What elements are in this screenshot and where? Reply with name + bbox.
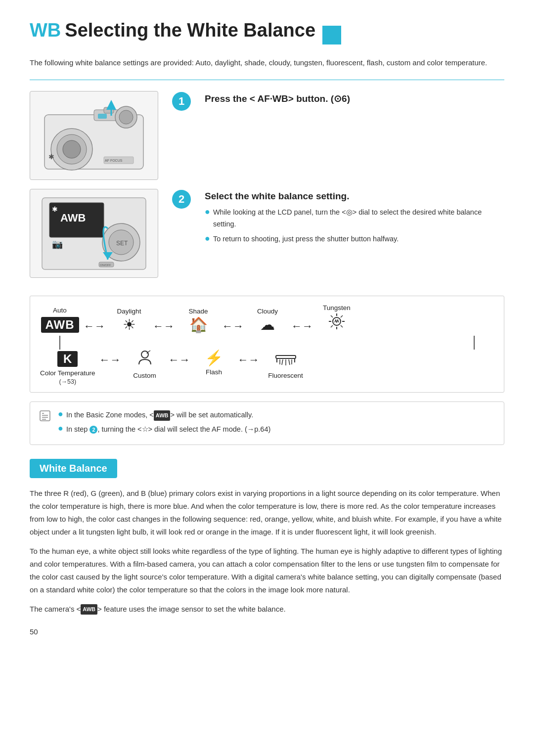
tungsten-label: Tungsten <box>323 304 351 311</box>
step-2-bullet-1: ● While looking at the LCD panel, turn t… <box>205 207 504 230</box>
tungsten-svg <box>328 313 345 330</box>
step-1-number: 1 <box>172 92 191 111</box>
wb-auto-unit: Auto AWB <box>40 307 80 333</box>
wb-section: White Balance The three R (red), G (gree… <box>30 459 504 616</box>
shade-icon: 🏠 <box>189 316 208 333</box>
svg-text:ON/OFF: ON/OFF <box>100 264 111 267</box>
vert-line-left <box>59 336 60 350</box>
step-2-title: Select the white balance setting. <box>205 191 504 202</box>
svg-line-41 <box>282 359 283 365</box>
wb-section-title: White Balance <box>30 459 117 478</box>
auto-icon: AWB <box>41 315 79 333</box>
shade-label: Shade <box>188 308 208 315</box>
fluorescent-svg <box>275 350 297 366</box>
step2-inline-badge: 2 <box>89 426 97 434</box>
note-2: ● In step 2, turning the <☆> dial will s… <box>58 423 495 436</box>
note-content: ● In the Basic Zone modes, <AWB> will be… <box>58 409 495 437</box>
svg-line-33 <box>331 325 333 327</box>
step-2-content: Select the white balance setting. ● Whil… <box>205 189 504 248</box>
wb-para-3: The camera's <AWB> feature uses the imag… <box>30 603 504 616</box>
arrow-4: ←→ <box>287 320 317 333</box>
wb-cloudy-unit: Cloudy ☁ <box>248 308 287 333</box>
wb-fluorescent-unit: Fluorescent <box>264 350 308 381</box>
note-1: ● In the Basic Zone modes, <AWB> will be… <box>58 409 495 421</box>
notes-box: ● In the Basic Zone modes, <AWB> will be… <box>30 401 504 445</box>
arrow-3: ←→ <box>218 320 248 333</box>
awb-badge-1: AWB <box>154 410 171 421</box>
svg-marker-8 <box>106 100 116 110</box>
wb-section-body: The three R (red), G (green), and B (blu… <box>30 487 504 616</box>
note-symbol <box>39 410 51 422</box>
camera-diagram-1: AF FOCUS ✱ <box>35 95 153 177</box>
wb-flash-unit: ⚡ Flash <box>194 350 234 377</box>
svg-text:✱: ✱ <box>52 205 58 213</box>
svg-line-32 <box>341 315 343 317</box>
camera-diagram-2: AWB ✱ SET ON/OFF 📷 <box>35 193 153 274</box>
svg-text:📷: 📷 <box>52 239 63 250</box>
bullet-dot-1: ● <box>205 207 210 218</box>
auto-label: Auto <box>53 307 67 314</box>
cloudy-label: Cloudy <box>257 308 278 315</box>
svg-line-35 <box>147 351 150 353</box>
arrow-1: ←→ <box>80 320 109 333</box>
colortemp-icon: K <box>57 350 78 367</box>
arrow-7: ←→ <box>234 354 264 366</box>
svg-text:SET: SET <box>116 240 128 247</box>
svg-text:AWB: AWB <box>60 212 86 224</box>
wb-colortemp-unit: K Color Temperature (→53) <box>40 350 95 385</box>
fluorescent-label: Fluorescent <box>268 372 303 379</box>
daylight-icon: ☀ <box>123 316 136 333</box>
wb-para-1: The three R (red), G (green), and B (blu… <box>30 487 504 539</box>
cloudy-icon: ☁ <box>260 316 275 333</box>
wb-tungsten-unit: Tungsten <box>317 304 356 333</box>
svg-line-30 <box>331 315 333 317</box>
custom-label: Custom <box>133 372 156 379</box>
svg-rect-10 <box>98 114 107 119</box>
wb-para-2: To the human eye, a white object still l… <box>30 545 504 597</box>
flash-icon: ⚡ <box>205 350 223 366</box>
bullet-dot-2: ● <box>205 233 210 244</box>
flash-label: Flash <box>206 368 222 376</box>
daylight-label: Daylight <box>117 308 141 315</box>
custom-svg <box>136 350 153 366</box>
step-2-bullet-2: ● To return to shooting, just press the … <box>205 233 504 245</box>
fluorescent-icon <box>275 350 297 369</box>
title-wb-prefix: WB <box>30 20 61 41</box>
svg-text:AF FOCUS: AF FOCUS <box>105 159 123 162</box>
wb-shade-unit: Shade 🏠 <box>178 308 218 333</box>
title-decoration <box>322 26 341 44</box>
colortemp-sub: (→53) <box>59 378 76 385</box>
step-2-row: AWB ✱ SET ON/OFF 📷 2 Select the white ba… <box>30 189 504 278</box>
step-1-title: Press the < AF·WB> button. (⊙6) <box>205 93 504 104</box>
step-2-number: 2 <box>172 190 191 209</box>
svg-line-43 <box>289 359 290 365</box>
page-number: 50 <box>30 627 504 636</box>
note-text-2: In step 2, turning the <☆> dial will sel… <box>66 423 270 436</box>
custom-icon <box>136 350 153 369</box>
step-2-body: ● While looking at the LCD panel, turn t… <box>205 207 504 245</box>
note-bullet-1: ● <box>58 409 63 420</box>
tungsten-icon <box>328 313 345 333</box>
note-bullet-2: ● <box>58 423 63 434</box>
note-icon <box>39 410 51 437</box>
svg-rect-37 <box>276 356 296 358</box>
svg-text:✱: ✱ <box>48 153 54 161</box>
step-1-content: Press the < AF·WB> button. (⊙6) <box>205 91 504 109</box>
note-text-1: In the Basic Zone modes, <AWB> will be s… <box>66 409 253 421</box>
step-1-image: AF FOCUS ✱ <box>30 91 158 180</box>
intro-text: The following white balance settings are… <box>30 57 504 69</box>
arrow-6: ←→ <box>165 354 194 366</box>
svg-point-7 <box>119 110 133 124</box>
svg-point-34 <box>141 351 148 358</box>
steps-container: AF FOCUS ✱ 1 Press the < AF·WB> button. … <box>30 91 504 287</box>
step-1-row: AF FOCUS ✱ 1 Press the < AF·WB> button. … <box>30 91 504 180</box>
svg-line-31 <box>341 325 343 327</box>
awb-badge-2: AWB <box>81 604 97 615</box>
wb-daylight-unit: Daylight ☀ <box>109 308 149 333</box>
vert-line-right <box>474 336 475 350</box>
arrow-2: ←→ <box>149 320 178 333</box>
wb-diagram: Auto AWB ←→ Daylight ☀ ←→ Shade 🏠 ←→ Clo… <box>30 296 504 393</box>
divider <box>30 80 504 80</box>
colortemp-label: Color Temperature <box>40 369 95 377</box>
step-2-image: AWB ✱ SET ON/OFF 📷 <box>30 189 158 278</box>
